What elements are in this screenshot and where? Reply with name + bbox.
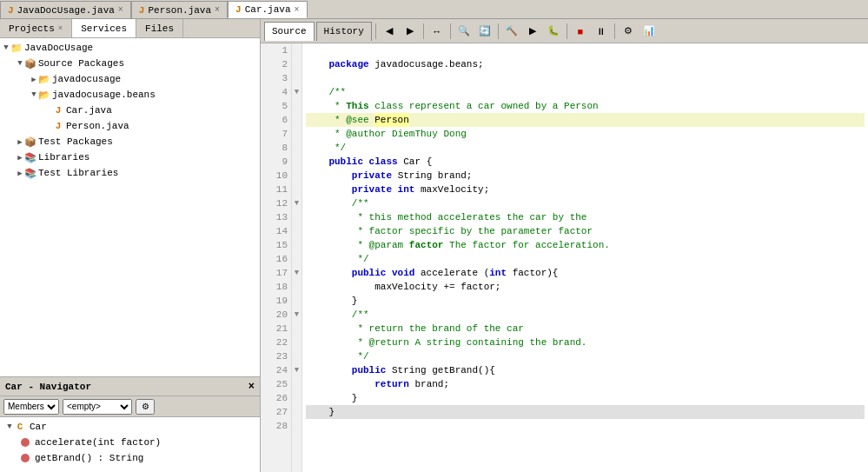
- tree-label-beans-pkg: javadocusage.beans: [52, 90, 156, 100]
- tab-files[interactable]: Files: [136, 19, 183, 37]
- tab-person[interactable]: J Person.java ×: [131, 1, 228, 18]
- cm-9: [292, 155, 301, 169]
- svg-point-0: [21, 438, 30, 447]
- toggle-btn[interactable]: ↔: [427, 22, 447, 41]
- line-num-12: 12: [264, 196, 288, 210]
- debug-btn[interactable]: 🐛: [544, 22, 563, 41]
- member-getbrand[interactable]: getBrand() : String: [2, 450, 258, 466]
- tab-projects-close[interactable]: ×: [58, 24, 63, 33]
- member-car-class[interactable]: ▼ C Car: [2, 419, 258, 435]
- tab-close-car[interactable]: ×: [295, 5, 300, 15]
- profile-btn[interactable]: 📊: [639, 22, 659, 41]
- line-num-21: 21: [264, 322, 288, 336]
- code-line-21: * return the brand of the car: [306, 322, 865, 336]
- tree-label-person: Person.java: [66, 121, 129, 131]
- source-tab[interactable]: Source: [264, 22, 315, 41]
- cm-11: [292, 183, 301, 196]
- tree-item-beans-pkg[interactable]: ▼ 📂 javadocusage.beans: [2, 87, 258, 103]
- cm-8: [292, 141, 301, 155]
- expand-car-class[interactable]: ▼: [5, 422, 14, 431]
- code-line-27: }: [306, 405, 865, 419]
- code-line-9: public class Car {: [306, 155, 865, 169]
- line-num-4: 4: [264, 85, 288, 99]
- tree-item-test-packages[interactable]: ▶ 📦 Test Packages: [2, 134, 258, 150]
- line-num-2: 2: [264, 57, 288, 71]
- code-area[interactable]: 1 2 3 4 5 6 7 8 9 10 11 12 13 14 15 16 1…: [261, 43, 868, 472]
- tab-close-javadocusage[interactable]: ×: [118, 5, 123, 15]
- left-panel: Projects × Services Files ▼ 📁 JavaDocUsa…: [0, 19, 261, 472]
- code-line-16: */: [306, 252, 865, 266]
- run-btn[interactable]: ▶: [523, 22, 542, 41]
- members-list: ▼ C Car accelerate(int factor): [0, 417, 260, 472]
- tab-javadocusage[interactable]: J JavaDocUsage.java ×: [0, 1, 131, 18]
- cm-4[interactable]: ▼: [292, 85, 301, 99]
- line-num-3: 3: [264, 71, 288, 85]
- cm-20[interactable]: ▼: [292, 308, 301, 322]
- method-icon-getbrand: [19, 452, 31, 464]
- line-num-5: 5: [264, 99, 288, 113]
- cm-12[interactable]: ▼: [292, 196, 301, 210]
- build-btn[interactable]: 🔨: [502, 22, 521, 41]
- tree-item-javadocusage[interactable]: ▼ 📁 JavaDocUsage: [2, 40, 258, 56]
- tree-label-libraries: Libraries: [38, 152, 89, 163]
- java-icon: J: [8, 5, 14, 16]
- tab-projects[interactable]: Projects ×: [0, 19, 72, 37]
- tab-services[interactable]: Services: [72, 19, 136, 37]
- line-num-25: 25: [264, 377, 288, 391]
- code-line-7: * @author DiemThuy Dong: [306, 127, 865, 141]
- expand-test-packages[interactable]: ▶: [16, 137, 24, 146]
- tab-label: JavaDocUsage.java: [17, 5, 115, 16]
- expand-libraries[interactable]: ▶: [16, 153, 24, 162]
- project-tree: ▼ 📁 JavaDocUsage ▼ 📦 Source Packages ▶ 📂…: [0, 38, 260, 376]
- srcpkg-icon: 📦: [24, 57, 36, 70]
- code-line-28: [306, 419, 865, 433]
- pause-btn[interactable]: ⏸: [592, 22, 611, 41]
- code-line-18: maxVelocity += factor;: [306, 280, 865, 294]
- line-num-17: 17: [264, 266, 288, 280]
- line-num-24: 24: [264, 363, 288, 377]
- replace-btn[interactable]: 🔄: [475, 22, 494, 41]
- tree-item-source-packages[interactable]: ▼ 📦 Source Packages: [2, 56, 258, 71]
- line-num-14: 14: [264, 224, 288, 238]
- line-num-20: 20: [264, 308, 288, 322]
- code-line-10: private String brand;: [306, 169, 865, 183]
- back-btn[interactable]: ◀: [380, 22, 399, 41]
- tab-close-person[interactable]: ×: [215, 5, 220, 15]
- code-content[interactable]: package javadocusage.beans; /** * This c…: [302, 43, 868, 472]
- navigator-close[interactable]: ×: [248, 381, 255, 393]
- expand-javadocusage-pkg[interactable]: ▶: [30, 75, 38, 83]
- member-accelerate[interactable]: accelerate(int factor): [2, 435, 258, 450]
- panel-tabs: Projects × Services Files: [0, 19, 260, 38]
- navigator-settings-btn[interactable]: ⚙: [136, 399, 155, 415]
- cm-17[interactable]: ▼: [292, 266, 301, 280]
- expand-source-packages[interactable]: ▼: [16, 59, 24, 68]
- tree-item-javadocusage-pkg[interactable]: ▶ 📂 javadocusage: [2, 71, 258, 87]
- svg-point-1: [21, 454, 30, 462]
- code-line-12: /**: [306, 196, 865, 210]
- cm-10: [292, 169, 301, 183]
- sep3: [450, 23, 451, 39]
- tree-item-person[interactable]: J Person.java: [2, 118, 258, 134]
- code-line-5: * This class represent a car owned by a …: [306, 99, 865, 113]
- expand-test-libraries[interactable]: ▶: [16, 169, 24, 177]
- tree-item-car[interactable]: J Car.java: [2, 103, 258, 118]
- cm-24[interactable]: ▼: [292, 363, 301, 377]
- line-num-16: 16: [264, 252, 288, 266]
- tree-item-test-libraries[interactable]: ▶ 📚 Test Libraries: [2, 165, 258, 181]
- tab-projects-label: Projects: [9, 23, 55, 34]
- history-tab[interactable]: History: [316, 22, 372, 41]
- expand-beans-pkg[interactable]: ▼: [30, 90, 38, 99]
- line-num-28: 28: [264, 419, 288, 433]
- tree-item-libraries[interactable]: ▶ 📚 Libraries: [2, 150, 258, 165]
- expand-javadocusage[interactable]: ▼: [2, 43, 10, 52]
- find-btn[interactable]: 🔍: [454, 22, 474, 41]
- members-dropdown[interactable]: Members: [3, 399, 59, 415]
- cm-13: [292, 210, 301, 224]
- tab-car[interactable]: J Car.java ×: [228, 1, 307, 18]
- empty-dropdown[interactable]: <empty>: [63, 399, 132, 415]
- settings-btn[interactable]: ⚙: [619, 22, 638, 41]
- forward-btn[interactable]: ▶: [401, 22, 420, 41]
- cm-5: [292, 99, 301, 113]
- stop-btn[interactable]: ■: [571, 22, 590, 41]
- tree-label-test-libraries: Test Libraries: [38, 168, 118, 178]
